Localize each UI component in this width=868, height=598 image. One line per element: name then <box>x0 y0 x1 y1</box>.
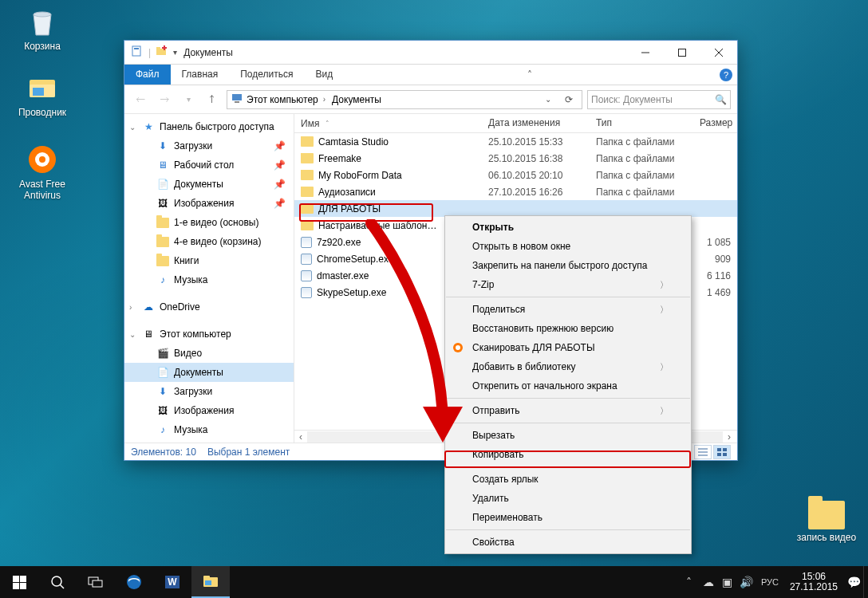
taskbar[interactable]: W ˄ ☁ ▣ 🔊 РУС 15:06 27.11.2015 💬 <box>0 566 868 598</box>
ribbon-tab-file[interactable]: Файл <box>124 65 171 85</box>
desktop-icon-avast[interactable]: Avast Free Antivirus <box>12 143 73 201</box>
column-date[interactable]: Дата изменения <box>482 114 590 132</box>
navigation-pane[interactable]: ⌄★Панель быстрого доступа ⬇Загрузки📌 🖥Ра… <box>124 114 294 443</box>
file-row[interactable]: Camtasia Studio25.10.2015 15:33Папка с ф… <box>294 133 737 150</box>
desktop-icon-recycle-bin[interactable]: Корзина <box>12 5 73 52</box>
ribbon-tab-view[interactable]: Вид <box>304 65 344 85</box>
qat-properties-icon[interactable] <box>131 45 144 60</box>
menu-unpin-start[interactable]: Открепить от начального экрана <box>445 376 691 395</box>
expand-icon[interactable]: › <box>129 303 132 312</box>
tray-video-icon[interactable]: ▣ <box>718 566 737 598</box>
start-button[interactable] <box>0 566 38 598</box>
desktop-icon-record-video[interactable]: запись видео <box>796 501 857 543</box>
menu-send-to[interactable]: Отправить〉 <box>445 401 691 420</box>
nav-books[interactable]: Книги <box>124 251 294 270</box>
tray-notifications-icon[interactable]: 💬 <box>844 566 863 598</box>
address-dropdown[interactable]: ⌄ <box>539 90 558 109</box>
maximize-button[interactable] <box>664 41 700 65</box>
close-button[interactable] <box>700 41 737 65</box>
menu-create-shortcut[interactable]: Создать ярлык <box>445 470 691 489</box>
nav-onedrive[interactable]: ›☁OneDrive <box>124 297 294 317</box>
expand-icon[interactable]: ⌄ <box>129 123 136 132</box>
minimize-button[interactable] <box>627 41 664 65</box>
cell-name: Аудиозаписи <box>294 187 482 198</box>
menu-open-new-window[interactable]: Открыть в новом окне <box>445 237 691 256</box>
nav-desktop[interactable]: 🖥Рабочий стол📌 <box>124 155 294 175</box>
cell-size: 1 085 <box>693 237 737 248</box>
nav-music[interactable]: ♪Музыка <box>124 270 294 289</box>
nav-pc-documents[interactable]: 📄Документы <box>124 363 294 382</box>
desktop-icon-explorer[interactable]: Проводник <box>12 71 73 118</box>
tray-expand-icon[interactable]: ˄ <box>680 566 699 598</box>
nav-quick-access[interactable]: ⌄★Панель быстрого доступа <box>124 117 294 136</box>
search-button[interactable] <box>38 566 77 598</box>
qat-dropdown-icon[interactable]: ▾ <box>173 48 177 57</box>
scroll-left-icon[interactable]: ‹ <box>294 431 307 443</box>
column-size[interactable]: Размер <box>693 114 740 132</box>
tray-volume-icon[interactable]: 🔊 <box>737 566 756 598</box>
menu-add-to-library[interactable]: Добавить в библиотеку〉 <box>445 357 691 376</box>
address-bar[interactable]: Этот компьютер› Документы ⌄ ⟳ <box>227 90 582 109</box>
menu-7zip[interactable]: 7-Zip〉 <box>445 275 691 294</box>
taskbar-edge[interactable] <box>115 566 153 598</box>
breadcrumb-this-pc[interactable]: Этот компьютер› <box>243 94 329 105</box>
help-button[interactable]: ? <box>720 69 732 81</box>
title-bar[interactable]: | ▾ Документы <box>124 41 737 65</box>
nav-pc-video[interactable]: 🎬Видео <box>124 344 294 363</box>
search-input[interactable]: Поиск: Документы 🔍 <box>587 90 731 109</box>
menu-copy[interactable]: Копировать <box>445 445 691 464</box>
menu-properties[interactable]: Свойства <box>445 533 691 552</box>
nav-video1[interactable]: 1-е видео (основы) <box>124 213 294 232</box>
task-view-button[interactable] <box>77 566 115 598</box>
menu-cut[interactable]: Вырезать <box>445 426 691 445</box>
ribbon-tab-share[interactable]: Поделиться <box>229 65 304 85</box>
menu-rename[interactable]: Переименовать <box>445 508 691 527</box>
tray-input-lang[interactable]: РУС <box>756 566 783 598</box>
nav-video4[interactable]: 4-е видео (корзина) <box>124 232 294 251</box>
nav-this-pc[interactable]: ⌄🖥Этот компьютер <box>124 325 294 344</box>
nav-downloads[interactable]: ⬇Загрузки📌 <box>124 136 294 155</box>
view-icons-button[interactable] <box>713 445 731 459</box>
file-row[interactable]: Freemake25.10.2015 16:38Папка с файлами <box>294 150 737 167</box>
nav-pc-downloads[interactable]: ⬇Загрузки <box>124 382 294 401</box>
menu-share[interactable]: Поделиться〉 <box>445 300 691 319</box>
svg-point-36 <box>127 575 141 589</box>
menu-restore-previous[interactable]: Восстановить прежнюю версию <box>445 319 691 338</box>
avast-icon <box>26 143 59 176</box>
menu-open[interactable]: Открыть <box>445 218 691 237</box>
view-details-button[interactable] <box>694 445 712 459</box>
nav-documents[interactable]: 📄Документы📌 <box>124 175 294 194</box>
nav-forward-button[interactable]: 🡒 <box>155 90 174 109</box>
column-name[interactable]: Имя˄ <box>294 114 482 132</box>
scroll-right-icon[interactable]: › <box>723 431 736 443</box>
breadcrumb-documents[interactable]: Документы <box>329 94 385 105</box>
nav-back-button[interactable]: 🡐 <box>131 90 150 109</box>
menu-delete[interactable]: Удалить <box>445 489 691 508</box>
taskbar-word[interactable]: W <box>153 566 191 598</box>
menu-scan-avast[interactable]: Сканировать ДЛЯ РАБОТЫ <box>445 338 691 357</box>
column-type[interactable]: Тип <box>590 114 693 132</box>
nav-pictures[interactable]: 🖼Изображения📌 <box>124 194 294 213</box>
ribbon-collapse[interactable]: ˄ <box>519 65 541 85</box>
desktop[interactable]: Корзина Проводник Avast Free Antivirus з… <box>0 0 868 598</box>
expand-icon[interactable]: ⌄ <box>129 330 136 339</box>
column-headers: Имя˄ Дата изменения Тип Размер <box>294 114 737 133</box>
nav-recent-dropdown[interactable]: ▾ <box>179 90 198 109</box>
nav-up-button[interactable]: 🡑 <box>203 90 222 109</box>
onedrive-icon: ☁ <box>142 301 155 313</box>
taskbar-explorer[interactable] <box>191 566 230 598</box>
tray-onedrive-icon[interactable]: ☁ <box>699 566 718 598</box>
nav-pc-pictures[interactable]: 🖼Изображения <box>124 401 294 420</box>
nav-pc-music[interactable]: ♪Музыка <box>124 420 294 439</box>
qat-newfolder-icon[interactable] <box>156 45 168 60</box>
cell-name: Camtasia Studio <box>294 136 482 148</box>
clock-date: 27.11.2015 <box>790 582 838 592</box>
file-row[interactable]: Аудиозаписи27.10.2015 16:26Папка с файла… <box>294 183 737 200</box>
file-row[interactable]: My RoboForm Data06.10.2015 20:10Папка с … <box>294 167 737 183</box>
file-row[interactable]: ДЛЯ РАБОТЫ <box>294 200 737 217</box>
tray-clock[interactable]: 15:06 27.11.2015 <box>783 572 844 592</box>
show-desktop-button[interactable] <box>863 566 868 598</box>
ribbon-tab-home[interactable]: Главная <box>171 65 230 85</box>
refresh-button[interactable]: ⟳ <box>559 90 578 109</box>
menu-pin-quick-access[interactable]: Закрепить на панели быстрого доступа <box>445 256 691 275</box>
